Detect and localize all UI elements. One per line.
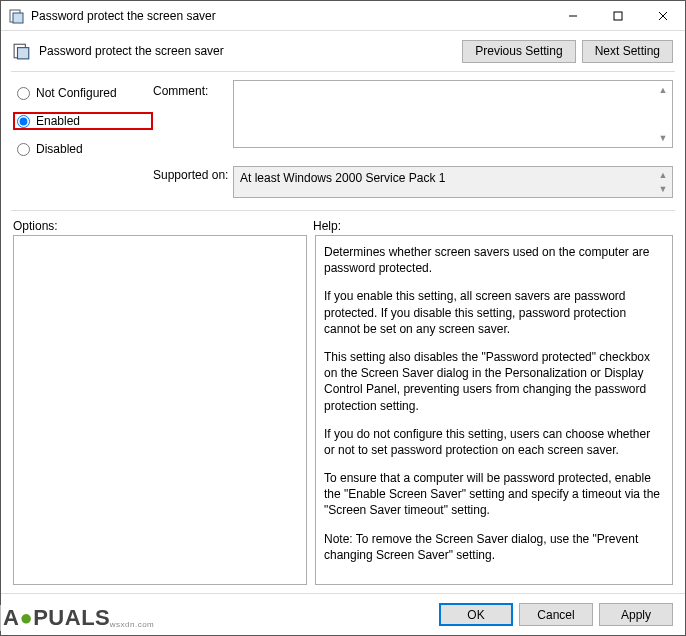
window-controls (550, 1, 685, 30)
radio-label: Disabled (36, 142, 83, 156)
policy-icon (13, 42, 31, 60)
pane-labels: Options: Help: (1, 211, 685, 235)
help-paragraph: If you do not configure this setting, us… (324, 426, 664, 458)
policy-dialog: Password protect the screen saver Passwo… (0, 0, 686, 636)
radio-label: Enabled (36, 114, 80, 128)
titlebar-title: Password protect the screen saver (31, 9, 550, 23)
scroll-up-icon: ▲ (656, 168, 670, 182)
previous-setting-button[interactable]: Previous Setting (462, 40, 575, 63)
comment-label: Comment: (153, 80, 233, 158)
supported-on-value: At least Windows 2000 Service Pack 1 (240, 171, 445, 185)
radio-enabled-input[interactable] (17, 115, 30, 128)
help-paragraph: If you enable this setting, all screen s… (324, 288, 664, 337)
radio-not-configured-input[interactable] (17, 87, 30, 100)
policy-title: Password protect the screen saver (39, 44, 456, 58)
radio-enabled[interactable]: Enabled (13, 112, 153, 130)
supported-on-label: Supported on: (153, 162, 233, 198)
help-pane[interactable]: Determines whether screen savers used on… (315, 235, 673, 585)
options-label: Options: (13, 219, 313, 233)
comment-textarea[interactable]: ▲ ▼ (233, 80, 673, 148)
svg-rect-3 (614, 12, 622, 20)
state-radio-group: Not Configured Enabled Disabled (13, 80, 153, 158)
scroll-down-icon: ▼ (656, 182, 670, 196)
radio-not-configured[interactable]: Not Configured (13, 84, 153, 102)
next-setting-button[interactable]: Next Setting (582, 40, 673, 63)
radio-label: Not Configured (36, 86, 117, 100)
apply-button[interactable]: Apply (599, 603, 673, 626)
ok-button[interactable]: OK (439, 603, 513, 626)
svg-rect-7 (18, 48, 29, 59)
radio-disabled[interactable]: Disabled (13, 140, 153, 158)
radio-disabled-input[interactable] (17, 143, 30, 156)
close-button[interactable] (640, 1, 685, 30)
help-paragraph: Note: To remove the Screen Saver dialog,… (324, 531, 664, 563)
titlebar: Password protect the screen saver (1, 1, 685, 31)
header-row: Password protect the screen saver Previo… (1, 31, 685, 71)
panes: Determines whether screen savers used on… (1, 235, 685, 593)
help-paragraph: This setting also disables the "Password… (324, 349, 664, 414)
policy-icon (9, 8, 25, 24)
scroll-up-icon[interactable]: ▲ (656, 83, 670, 97)
scroll-down-icon[interactable]: ▼ (656, 131, 670, 145)
help-paragraph: To ensure that a computer will be passwo… (324, 470, 664, 519)
svg-rect-1 (13, 13, 23, 23)
minimize-button[interactable] (550, 1, 595, 30)
dialog-footer: OK Cancel Apply (1, 593, 685, 635)
maximize-button[interactable] (595, 1, 640, 30)
help-paragraph: Determines whether screen savers used on… (324, 244, 664, 276)
cancel-button[interactable]: Cancel (519, 603, 593, 626)
options-pane (13, 235, 307, 585)
config-area: Not Configured Enabled Disabled Comment:… (1, 72, 685, 210)
help-label: Help: (313, 219, 673, 233)
supported-on-text: At least Windows 2000 Service Pack 1 ▲ ▼ (233, 166, 673, 198)
